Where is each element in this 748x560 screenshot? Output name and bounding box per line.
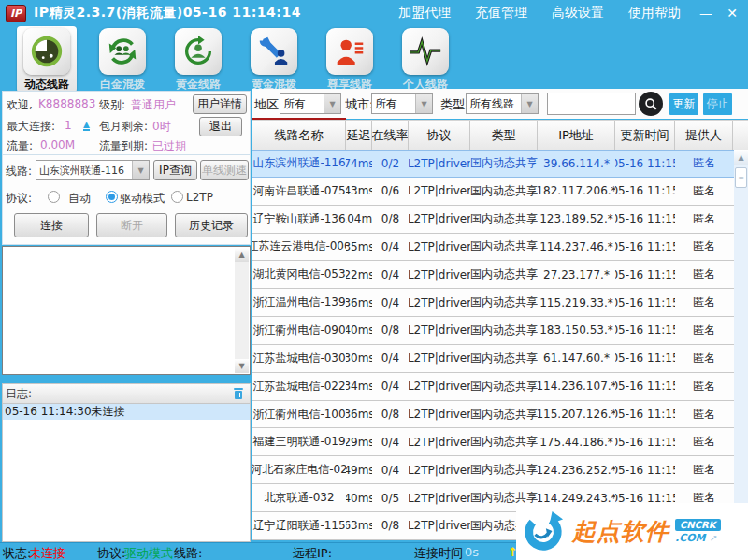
table-cell: 江苏连云港电信-006 bbox=[252, 234, 346, 261]
column-header[interactable]: IP地址 bbox=[538, 121, 615, 150]
table-row[interactable]: 浙江温州电信-13936ms0/4L2TP|driver国内动态共享115.21… bbox=[252, 289, 748, 317]
menu-item-recharge[interactable]: 充值管理 bbox=[475, 5, 527, 22]
table-cell: 国内动态共享 bbox=[470, 373, 538, 400]
close-button[interactable]: ✕ bbox=[722, 6, 742, 21]
users-redial-icon bbox=[99, 28, 146, 75]
scroll-up-icon[interactable]: ▲ bbox=[235, 248, 249, 262]
stop-button[interactable]: 停止 bbox=[703, 93, 732, 115]
column-header[interactable]: 更新时间 bbox=[615, 121, 675, 150]
scroll-up-icon[interactable]: ▲ bbox=[734, 150, 748, 165]
column-header[interactable]: 提供人 bbox=[675, 121, 733, 150]
table-row[interactable]: 浙江衢州电信-09040ms0/8L2TP|driver国内动态共享183.15… bbox=[252, 317, 748, 345]
radio-l2tp[interactable] bbox=[171, 191, 183, 203]
table-row[interactable]: 辽宁鞍山联通-136104ms0/8L2TP|driver国内动态共享123.1… bbox=[252, 206, 748, 234]
column-header[interactable]: 类型 bbox=[470, 121, 538, 150]
connect-button[interactable]: 连接 bbox=[14, 213, 89, 237]
table-cell: 36ms bbox=[346, 289, 372, 316]
column-header[interactable]: 在线率 bbox=[372, 121, 409, 150]
table-cell: 05-16 11:15 bbox=[615, 345, 675, 372]
menu-item-agent[interactable]: 加盟代理 bbox=[398, 5, 451, 22]
radio-driver-mode[interactable] bbox=[106, 191, 118, 203]
logout-button[interactable]: 退出 bbox=[199, 117, 242, 136]
table-cell: 国内动态共享 bbox=[470, 206, 538, 233]
table-row[interactable]: 山东滨州联通-11674ms0/2L2TP|driver国内动态共享39.66.… bbox=[252, 150, 748, 178]
region-label: 地区: bbox=[254, 96, 282, 113]
table-cell: 05-16 11:15 bbox=[615, 289, 675, 316]
line-listbox[interactable]: ▲ ▼ bbox=[2, 246, 251, 375]
column-header[interactable]: 线路名称 bbox=[252, 121, 346, 150]
column-header[interactable]: 延迟 bbox=[346, 121, 372, 150]
toolbar: 动态线路 白金混拨 黄金线路 黄金混拨 尊享线路 bbox=[0, 26, 748, 89]
disconnect-button[interactable]: 断开 bbox=[96, 213, 167, 237]
chevron-down-icon: ▼ bbox=[521, 94, 538, 113]
column-header[interactable]: 协议 bbox=[409, 121, 470, 150]
scrollbar-thumb[interactable]: ≡ bbox=[735, 167, 747, 188]
app-logo-icon: IP bbox=[6, 5, 26, 22]
table-cell: 29ms bbox=[346, 428, 372, 455]
app-window: IP IP精灵2.3.7(消耗流量)05-16 11:14:14 加盟代理 充值… bbox=[0, 0, 748, 560]
table-cell: 0/8 bbox=[372, 206, 409, 233]
toolbar-personal-lines[interactable]: 个人线路 bbox=[396, 26, 455, 93]
table-cell: L2TP|driver bbox=[409, 345, 470, 372]
table-cell: 0/4 bbox=[372, 428, 409, 455]
user-detail-button[interactable]: 用户详情 bbox=[193, 94, 247, 114]
table-cell: 05-16 11:15 bbox=[615, 178, 675, 205]
table-cell: 河北石家庄电信-02 bbox=[252, 456, 346, 483]
log-list[interactable]: 05-16 11:14:30未连接 bbox=[2, 404, 251, 542]
expire-label: 流量到期: bbox=[99, 138, 148, 154]
table-row[interactable]: 江苏连云港电信-00635ms0/4L2TP|driver国内动态共享114.2… bbox=[252, 234, 748, 262]
table-scrollbar[interactable]: ▲ ≡ bbox=[734, 150, 748, 540]
table-row[interactable]: 湖北黄冈电信-05322ms0/4L2TP|driver国内动态共享27.23.… bbox=[252, 261, 748, 289]
city-label: 城市: bbox=[345, 96, 373, 113]
history-button[interactable]: 历史记录 bbox=[175, 213, 248, 237]
table-body[interactable]: 山东滨州联通-11674ms0/2L2TP|driver国内动态共享39.66.… bbox=[252, 150, 748, 540]
table-cell: 63ms bbox=[346, 512, 372, 539]
table-row[interactable]: 河南许昌联通-07543ms0/6L2TP|driver国内动态共享182.11… bbox=[252, 178, 748, 206]
watermark-badge: CNCRK bbox=[675, 519, 721, 531]
menu-item-help[interactable]: 使用帮助 bbox=[628, 5, 681, 22]
listbox-scrollbar[interactable]: ▲ ▼ bbox=[235, 248, 249, 373]
line-select[interactable]: 山东滨州联通-116 ▼ bbox=[36, 160, 150, 180]
table-row[interactable]: 江苏盐城电信-03030ms0/4L2TP|driver国内动态共享61.147… bbox=[252, 345, 748, 373]
ip-query-button[interactable]: IP查询 bbox=[153, 160, 197, 180]
table-cell: 匿名 bbox=[675, 317, 733, 344]
table-row[interactable]: 浙江衢州电信-10036ms0/8L2TP|driver国内动态共享115.20… bbox=[252, 401, 748, 429]
scroll-down-icon[interactable]: ▼ bbox=[235, 359, 249, 373]
log-title: 日志: bbox=[6, 386, 32, 402]
radio-auto[interactable] bbox=[48, 191, 60, 203]
region-select[interactable]: 所有 ▼ bbox=[280, 93, 341, 114]
statusbar-protocol-value: 驱动模式 bbox=[124, 545, 173, 560]
table-row[interactable]: 福建三明联通-01929ms0/4L2TP|driver国内动态共享175.44… bbox=[252, 428, 748, 456]
increase-max-conn-icon[interactable]: ▲ bbox=[83, 121, 90, 131]
update-button[interactable]: 更新 bbox=[669, 93, 698, 115]
toolbar-dynamic-lines[interactable]: 动态线路 bbox=[17, 26, 77, 93]
table-cell: 49ms bbox=[346, 456, 372, 483]
menu-item-settings[interactable]: 高级设置 bbox=[552, 5, 604, 22]
toolbar-gold-lines[interactable]: 黄金线路 bbox=[168, 26, 228, 93]
table-row[interactable]: 河北石家庄电信-0249ms0/4L2TP|driver国内动态共享124.23… bbox=[252, 456, 748, 484]
username-value: K8888883 bbox=[38, 97, 95, 110]
table-cell: 国内动态共享 bbox=[470, 261, 538, 288]
single-test-button[interactable]: 单线测速 bbox=[200, 160, 249, 180]
protocol-label: 协议: bbox=[6, 191, 32, 207]
toolbar-platinum-mix[interactable]: 白金混拨 bbox=[93, 26, 152, 93]
toolbar-gold-mix[interactable]: 黄金混拨 bbox=[244, 26, 304, 93]
city-select-value: 所有 bbox=[372, 96, 415, 112]
table-cell: 匿名 bbox=[675, 373, 733, 400]
toolbar-premium-lines[interactable]: 尊享线路 bbox=[320, 26, 380, 93]
minimize-button[interactable]: — bbox=[696, 6, 716, 21]
table-cell: 匿名 bbox=[675, 456, 733, 483]
table-cell: 35ms bbox=[346, 234, 372, 261]
level-label: 级别: bbox=[99, 97, 125, 113]
city-select[interactable]: 所有 ▼ bbox=[371, 93, 433, 114]
table-cell: 国内动态共享 bbox=[470, 345, 538, 372]
external-link-icon: ↗ bbox=[709, 534, 716, 543]
watermark-logo-icon bbox=[522, 510, 565, 553]
table-cell: 43ms bbox=[346, 178, 372, 205]
trash-icon[interactable] bbox=[233, 387, 244, 400]
type-select[interactable]: 所有线路 ▼ bbox=[466, 93, 539, 114]
search-input[interactable] bbox=[547, 93, 636, 115]
radio-l2tp-label: L2TP bbox=[186, 191, 213, 204]
table-row[interactable]: 江苏盐城电信-02234ms0/4L2TP|driver国内动态共享114.23… bbox=[252, 373, 748, 401]
search-icon[interactable] bbox=[639, 92, 663, 116]
